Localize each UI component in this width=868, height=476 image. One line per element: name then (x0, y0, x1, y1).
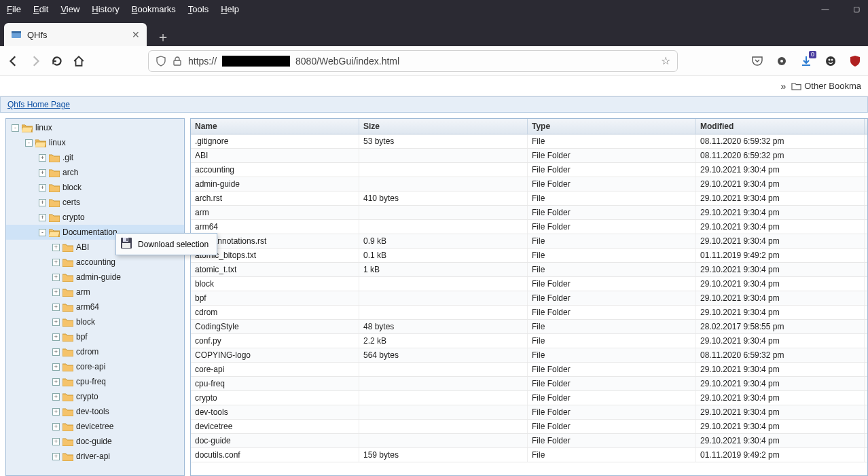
table-row[interactable]: armFile Folder29.10.2021 9:30:4 pm (191, 206, 867, 220)
table-row[interactable]: CodingStyle48 bytesFile28.02.2017 9:58:5… (191, 320, 867, 334)
grid-body[interactable]: .gitignore53 bytesFile08.11.2020 6:59:32… (191, 134, 867, 475)
tree-node-crypto[interactable]: +crypto (6, 210, 184, 225)
tree-panel[interactable]: -linux-linux+.git+arch+block+certs+crypt… (5, 118, 185, 476)
eye-icon[interactable] (776, 55, 788, 67)
tree-node-linux[interactable]: -linux (6, 120, 184, 135)
tree-node-arch[interactable]: +arch (6, 165, 184, 180)
url-bar[interactable]: https://8080/WebGui/index.html ☆ (148, 50, 678, 72)
tree-node-certs[interactable]: +certs (6, 195, 184, 210)
tree-node-devicetree[interactable]: +devicetree (6, 419, 184, 434)
tree-expander-icon[interactable]: + (52, 423, 60, 431)
grid-header[interactable]: NameSizeTypeModified (191, 119, 867, 134)
downloads-icon[interactable]: 0 (800, 55, 812, 67)
tree-node-block[interactable]: +block (6, 314, 184, 329)
tree-node-driver-api[interactable]: +driver-api (6, 449, 184, 464)
tree-expander-icon[interactable]: - (12, 124, 19, 132)
table-row[interactable]: arch.rst410 bytesFile29.10.2021 9:30:4 p… (191, 191, 867, 206)
window-maximize-icon[interactable]: ▢ (852, 4, 861, 14)
table-row[interactable]: cdromFile Folder29.10.2021 9:30:4 pm (191, 306, 867, 320)
tree-expander-icon[interactable]: + (52, 363, 60, 371)
table-row[interactable]: arm64File Folder29.10.2021 9:30:4 pm (191, 220, 867, 234)
breadcrumb-home-link[interactable]: Qhfs Home Page (7, 100, 70, 109)
tree-expander-icon[interactable]: + (52, 318, 60, 326)
table-row[interactable]: .gitignore53 bytesFile08.11.2020 6:59:32… (191, 134, 867, 149)
menu-history[interactable]: History (92, 4, 119, 14)
other-bookmarks-button[interactable]: Other Bookma (791, 81, 861, 91)
table-row[interactable]: doc-guideFile Folder29.10.2021 9:30:4 pm (191, 434, 867, 448)
tree-expander-icon[interactable]: + (52, 289, 60, 296)
menu-view[interactable]: View (60, 4, 79, 14)
window-minimize-icon[interactable]: ― (820, 4, 830, 14)
table-row[interactable]: atomic_bitops.txt0.1 kBFile01.11.2019 9:… (191, 249, 867, 263)
tree-expander-icon[interactable]: + (52, 438, 60, 445)
back-button[interactable] (7, 54, 20, 68)
shield-icon[interactable] (156, 56, 166, 67)
table-row[interactable]: core-apiFile Folder29.10.2021 9:30:4 pm (191, 363, 867, 377)
tree-node-cpu-freq[interactable]: +cpu-freq (6, 374, 184, 389)
tree-expander-icon[interactable]: + (39, 169, 46, 177)
column-header-name[interactable]: Name (191, 119, 359, 134)
tab-close-icon[interactable]: ✕ (132, 29, 140, 40)
table-row[interactable]: admin-guideFile Folder29.10.2021 9:30:4 … (191, 177, 867, 191)
tree-node--git[interactable]: +.git (6, 150, 184, 165)
bookmark-star-icon[interactable]: ☆ (661, 54, 670, 67)
tree-node-accounting[interactable]: +accounting (6, 255, 184, 270)
tree-expander-icon[interactable]: + (52, 348, 60, 356)
lock-icon[interactable] (172, 56, 183, 67)
tree-expander-icon[interactable]: + (52, 274, 60, 281)
table-row[interactable]: atomic_t.txt1 kBFile29.10.2021 9:30:4 pm (191, 263, 867, 277)
table-row[interactable]: conf.py2.2 kBFile29.10.2021 9:30:4 pm (191, 334, 867, 348)
table-row[interactable]: cryptoFile Folder29.10.2021 9:30:4 pm (191, 391, 867, 405)
menu-bookmarks[interactable]: Bookmarks (132, 4, 176, 14)
table-row[interactable]: COPYING-logo564 bytesFile08.11.2020 6:59… (191, 348, 867, 363)
tree-expander-icon[interactable]: + (39, 199, 46, 206)
tree-expander-icon[interactable]: - (39, 229, 46, 236)
tree-node-linux[interactable]: -linux (6, 135, 184, 150)
table-row[interactable]: devicetreeFile Folder29.10.2021 9:30:4 p… (191, 420, 867, 434)
tree-node-block[interactable]: +block (6, 180, 184, 195)
tree-expander-icon[interactable]: + (52, 304, 60, 311)
tree-node-crypto[interactable]: +crypto (6, 389, 184, 404)
column-header-size[interactable]: Size (359, 119, 528, 134)
menu-help[interactable]: Help (221, 4, 239, 14)
tree-expander-icon[interactable]: + (52, 393, 60, 401)
tree-expander-icon[interactable]: + (52, 333, 60, 341)
home-button[interactable] (72, 54, 86, 68)
table-row[interactable]: blockFile Folder29.10.2021 9:30:4 pm (191, 277, 867, 291)
forward-button[interactable] (29, 54, 42, 68)
tree-expander-icon[interactable]: + (52, 453, 60, 460)
ublock-icon[interactable] (849, 55, 861, 67)
menu-file[interactable]: File (7, 4, 21, 14)
context-download-selection[interactable]: Download selection (117, 235, 215, 253)
menu-tools[interactable]: Tools (188, 4, 209, 14)
tree-node-arm64[interactable]: +arm64 (6, 299, 184, 314)
table-row[interactable]: ABIFile Folder08.11.2020 6:59:32 pm (191, 149, 867, 163)
tree-expander-icon[interactable]: + (52, 259, 60, 266)
tree-node-admin-guide[interactable]: +admin-guide (6, 270, 184, 285)
table-row[interactable]: docutils.conf159 bytesFile01.11.2019 9:4… (191, 448, 867, 462)
column-header-modified[interactable]: Modified (696, 119, 865, 134)
new-tab-button[interactable]: ＋ (153, 27, 173, 46)
tree-expander-icon[interactable]: + (52, 408, 60, 416)
tree-node-dev-tools[interactable]: +dev-tools (6, 404, 184, 419)
column-header-type[interactable]: Type (528, 119, 696, 134)
tree-expander-icon[interactable]: + (39, 154, 46, 162)
tree-node-arm[interactable]: +arm (6, 285, 184, 299)
pocket-icon[interactable] (751, 55, 763, 67)
extension-icon[interactable] (825, 55, 837, 67)
tree-node-bpf[interactable]: +bpf (6, 329, 184, 344)
table-row[interactable]: accountingFile Folder29.10.2021 9:30:4 p… (191, 163, 867, 177)
reload-button[interactable] (50, 54, 64, 68)
tree-expander-icon[interactable]: + (39, 214, 46, 221)
tree-expander-icon[interactable]: - (25, 139, 33, 147)
browser-tab[interactable]: QHfs ✕ (4, 23, 147, 46)
tree-node-cdrom[interactable]: +cdrom (6, 344, 184, 359)
tree-expander-icon[interactable]: + (52, 378, 60, 386)
table-row[interactable]: asm-annotations.rst0.9 kBFile29.10.2021 … (191, 234, 867, 249)
tree-expander-icon[interactable]: + (52, 244, 60, 251)
table-row[interactable]: dev-toolsFile Folder29.10.2021 9:30:4 pm (191, 405, 867, 420)
bookmarks-overflow-icon[interactable]: » (780, 81, 786, 92)
tree-node-doc-guide[interactable]: +doc-guide (6, 434, 184, 449)
table-row[interactable]: bpfFile Folder29.10.2021 9:30:4 pm (191, 291, 867, 306)
tree-expander-icon[interactable]: + (39, 184, 46, 191)
